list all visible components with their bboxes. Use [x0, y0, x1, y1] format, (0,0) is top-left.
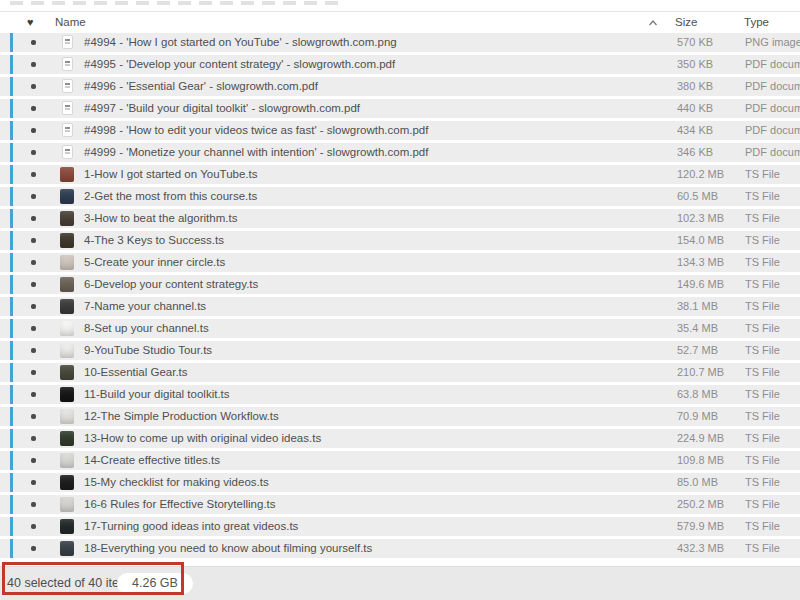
- file-type: TS File: [745, 451, 780, 470]
- file-row[interactable]: 6-Develop your content strategy.ts 149.6…: [0, 275, 800, 294]
- file-type: PDF document: [745, 99, 800, 118]
- file-name: #4999 - 'Monetize your channel with inte…: [84, 143, 428, 162]
- file-list: #4994 - 'How I got started on YouTube' -…: [0, 33, 800, 561]
- file-manager-screen: ♥ Name Size Type #4994 - 'How I got star…: [0, 0, 800, 600]
- file-size: 60.5 MB: [677, 187, 718, 206]
- file-row[interactable]: 14-Create effective titles.ts 109.8 MB T…: [0, 451, 800, 470]
- file-name: 6-Develop your content strategy.ts: [84, 275, 258, 294]
- sort-ascending-icon[interactable]: [648, 13, 658, 34]
- selection-indicator: [10, 275, 13, 294]
- selected-dot-icon[interactable]: [31, 502, 36, 507]
- selected-dot-icon[interactable]: [31, 524, 36, 529]
- file-name: #4997 - 'Build your digital toolkit' - s…: [84, 99, 360, 118]
- list-header: ♥ Name Size Type: [0, 11, 800, 33]
- selected-dot-icon[interactable]: [31, 326, 36, 331]
- file-row[interactable]: 18-Everything you need to know about fil…: [0, 539, 800, 558]
- selected-dot-icon[interactable]: [31, 194, 36, 199]
- selected-dot-icon[interactable]: [31, 62, 36, 67]
- file-name: 10-Essential Gear.ts: [84, 363, 188, 382]
- file-row[interactable]: #4997 - 'Build your digital toolkit' - s…: [0, 99, 800, 118]
- file-row[interactable]: 4-The 3 Keys to Success.ts 154.0 MB TS F…: [0, 231, 800, 250]
- document-page-icon: [65, 149, 70, 151]
- file-thumbnail-icon: [60, 255, 74, 270]
- file-size: 63.8 MB: [677, 385, 718, 404]
- file-type: TS File: [745, 517, 780, 536]
- file-name: 5-Create your inner circle.ts: [84, 253, 225, 272]
- selected-dot-icon[interactable]: [31, 216, 36, 221]
- file-size: 224.9 MB: [677, 429, 724, 448]
- selection-indicator: [10, 209, 13, 228]
- file-name: 11-Build your digital toolkit.ts: [84, 385, 230, 404]
- file-size: 350 KB: [677, 55, 713, 74]
- file-thumbnail-icon: [60, 189, 74, 204]
- file-thumbnail-icon: [60, 167, 74, 182]
- selected-dot-icon[interactable]: [31, 392, 36, 397]
- file-thumbnail-icon: [62, 79, 73, 93]
- file-type: TS File: [745, 363, 780, 382]
- file-row[interactable]: #4994 - 'How I got started on YouTube' -…: [0, 33, 800, 52]
- file-size: 154.0 MB: [677, 231, 724, 250]
- selected-dot-icon[interactable]: [31, 260, 36, 265]
- selected-dot-icon[interactable]: [31, 282, 36, 287]
- file-row[interactable]: 2-Get the most from this course.ts 60.5 …: [0, 187, 800, 206]
- file-row[interactable]: 1-How I got started on YouTube.ts 120.2 …: [0, 165, 800, 184]
- file-thumbnail-icon: [60, 299, 74, 314]
- file-row[interactable]: 12-The Simple Production Workflow.ts 70.…: [0, 407, 800, 426]
- file-thumbnail-icon: [60, 497, 74, 512]
- selection-indicator: [10, 319, 13, 338]
- selection-indicator: [10, 143, 13, 162]
- file-thumbnail-icon: [60, 475, 74, 490]
- selection-indicator: [10, 407, 13, 426]
- name-column-header[interactable]: Name: [55, 12, 86, 33]
- file-thumbnail-icon: [60, 343, 74, 358]
- file-row[interactable]: 13-How to come up with original video id…: [0, 429, 800, 448]
- selected-dot-icon[interactable]: [31, 436, 36, 441]
- selected-dot-icon[interactable]: [31, 150, 36, 155]
- selected-dot-icon[interactable]: [31, 172, 36, 177]
- selected-dot-icon[interactable]: [31, 128, 36, 133]
- heart-icon: ♥: [27, 12, 34, 33]
- size-column-header[interactable]: Size: [675, 12, 697, 33]
- selection-indicator: [10, 165, 13, 184]
- file-row[interactable]: 11-Build your digital toolkit.ts 63.8 MB…: [0, 385, 800, 404]
- selected-dot-icon[interactable]: [31, 348, 36, 353]
- selected-dot-icon[interactable]: [31, 40, 36, 45]
- selection-indicator: [10, 99, 13, 118]
- file-row[interactable]: 8-Set up your channel.ts 35.4 MB TS File: [0, 319, 800, 338]
- file-type: TS File: [745, 253, 780, 272]
- type-column-header[interactable]: Type: [744, 12, 769, 33]
- file-row[interactable]: 10-Essential Gear.ts 210.7 MB TS File: [0, 363, 800, 382]
- file-row[interactable]: 16-6 Rules for Effective Storytelling.ts…: [0, 495, 800, 514]
- file-type: TS File: [745, 275, 780, 294]
- file-thumbnail-icon: [60, 321, 74, 336]
- file-row[interactable]: 7-Name your channel.ts 38.1 MB TS File: [0, 297, 800, 316]
- file-type: TS File: [745, 385, 780, 404]
- selected-dot-icon[interactable]: [31, 370, 36, 375]
- file-row[interactable]: 17-Turning good ideas into great videos.…: [0, 517, 800, 536]
- selected-dot-icon[interactable]: [31, 106, 36, 111]
- file-row[interactable]: 3-How to beat the algorithm.ts 102.3 MB …: [0, 209, 800, 228]
- file-type: TS File: [745, 429, 780, 448]
- file-row[interactable]: 5-Create your inner circle.ts 134.3 MB T…: [0, 253, 800, 272]
- selected-dot-icon[interactable]: [31, 458, 36, 463]
- file-row[interactable]: #4998 - 'How to edit your videos twice a…: [0, 121, 800, 140]
- selected-dot-icon[interactable]: [31, 238, 36, 243]
- selection-indicator: [10, 495, 13, 514]
- selected-dot-icon[interactable]: [31, 84, 36, 89]
- file-row[interactable]: #4995 - 'Develop your content strategy' …: [0, 55, 800, 74]
- selected-dot-icon[interactable]: [31, 546, 36, 551]
- file-row[interactable]: 9-YouTube Studio Tour.ts 52.7 MB TS File: [0, 341, 800, 360]
- file-size: 210.7 MB: [677, 363, 724, 382]
- file-type: TS File: [745, 407, 780, 426]
- file-name: 8-Set up your channel.ts: [84, 319, 209, 338]
- file-row[interactable]: 15-My checklist for making videos.ts 85.…: [0, 473, 800, 492]
- file-row[interactable]: #4999 - 'Monetize your channel with inte…: [0, 143, 800, 162]
- selection-indicator: [10, 253, 13, 272]
- selection-indicator: [10, 231, 13, 250]
- selected-dot-icon[interactable]: [31, 480, 36, 485]
- selected-dot-icon[interactable]: [31, 304, 36, 309]
- file-size: 120.2 MB: [677, 165, 724, 184]
- selected-dot-icon[interactable]: [31, 414, 36, 419]
- file-row[interactable]: #4996 - 'Essential Gear' - slowgrowth.co…: [0, 77, 800, 96]
- file-size: 440 KB: [677, 99, 713, 118]
